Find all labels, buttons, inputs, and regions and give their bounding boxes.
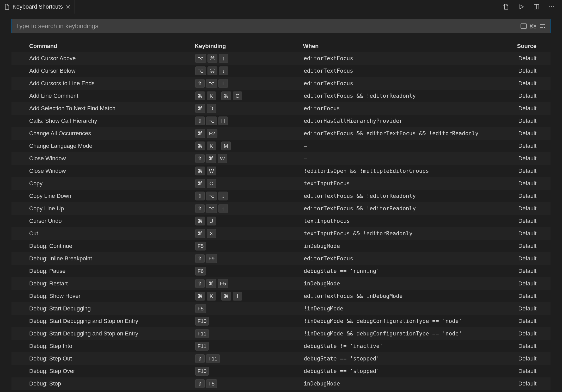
table-row[interactable]: Add Cursor Below⌥⌘↓editorTextFocusDefaul… xyxy=(11,65,551,77)
when-cell: editorHasCallHierarchyProvider xyxy=(304,118,518,124)
table-row[interactable]: Debug: Step OverF10debugState == 'stoppe… xyxy=(11,365,551,377)
table-row[interactable]: Close Window⌘W!editorIsOpen && !multiple… xyxy=(11,165,551,177)
table-row[interactable]: Add Line Comment⌘K⌘CeditorTextFocus && !… xyxy=(11,90,551,102)
table-header: Command Keybinding When Source xyxy=(11,40,551,52)
table-row[interactable]: Copy Line Up⇧⌥↑editorTextFocus && !edito… xyxy=(11,202,551,215)
table-row[interactable]: Copy Line Down⇧⌥↓editorTextFocus && !edi… xyxy=(11,190,551,202)
svg-rect-15 xyxy=(530,27,532,28)
source-cell: Default xyxy=(518,55,551,62)
key-cap: ⌥ xyxy=(206,79,217,88)
command-cell: Cut xyxy=(29,230,195,237)
key-cap: W xyxy=(207,167,216,175)
table-row[interactable]: Debug: ContinueF5inDebugModeDefault xyxy=(11,240,551,252)
col-header-source[interactable]: Source xyxy=(517,43,551,50)
when-cell: inDebugMode xyxy=(304,381,518,387)
table-row[interactable]: Change Language Mode⌘KM—Default xyxy=(11,140,551,152)
table-row[interactable]: Calls: Show Call Hierarchy⇧⌥HeditorHasCa… xyxy=(11,115,551,127)
table-row[interactable]: Debug: PauseF6debugState == 'running'Def… xyxy=(11,265,551,277)
table-row[interactable]: Add Cursor Above⌥⌘↑editorTextFocusDefaul… xyxy=(11,52,551,65)
keybinding-cell: ⌥⌘↑ xyxy=(195,54,304,63)
source-cell: Default xyxy=(518,255,551,262)
key-cap: ⌘ xyxy=(195,142,205,150)
table-row[interactable]: Add Selection To Next Find Match⌘Deditor… xyxy=(11,102,551,115)
table-row[interactable]: Debug: Inline Breakpoint⇧F9editorTextFoc… xyxy=(11,252,551,265)
search-input[interactable] xyxy=(16,22,518,30)
key-cap: F10 xyxy=(195,317,209,326)
svg-rect-8 xyxy=(521,24,527,28)
keybinding-cell: ⇧⌘W xyxy=(195,154,304,163)
when-cell: editorFocus xyxy=(304,105,518,112)
table-body: Add Cursor Above⌥⌘↑editorTextFocusDefaul… xyxy=(11,52,551,390)
table-row[interactable]: Cursor Undo⌘UtextInputFocusDefault xyxy=(11,215,551,227)
when-cell: debugState == 'running' xyxy=(304,268,518,274)
key-cap: M xyxy=(221,142,231,150)
keybinding-cell: F5 xyxy=(195,242,304,250)
key-cap: F5 xyxy=(195,242,206,250)
keybinding-cell: F10 xyxy=(195,367,304,376)
source-cell: Default xyxy=(518,368,551,375)
key-cap: X xyxy=(207,229,216,238)
key-cap: ⌘ xyxy=(195,179,205,188)
table-row[interactable]: Close Window⇧⌘W—Default xyxy=(11,152,551,165)
command-cell: Debug: Start Debugging xyxy=(29,305,195,312)
table-row[interactable]: Debug: Start Debugging and Stop on Entry… xyxy=(11,315,551,327)
table-row[interactable]: Debug: Restart⇧⌘F5inDebugModeDefault xyxy=(11,277,551,290)
key-cap: ⇧ xyxy=(195,379,205,388)
split-editor-icon[interactable] xyxy=(533,3,540,10)
tab-keyboard-shortcuts[interactable]: Keyboard Shortcuts xyxy=(0,0,75,14)
key-cap: ⌥ xyxy=(206,204,217,213)
when-cell: !inDebugMode && debugConfigurationType =… xyxy=(304,330,518,337)
key-cap: I xyxy=(233,292,242,301)
keybinding-cell: F11 xyxy=(195,329,304,338)
key-cap: K xyxy=(207,292,216,301)
key-cap: F9 xyxy=(206,254,217,263)
key-cap: F11 xyxy=(195,342,209,351)
col-header-when[interactable]: When xyxy=(303,43,517,50)
key-cap: ⌘ xyxy=(206,154,216,163)
command-cell: Copy Line Down xyxy=(29,193,195,199)
open-file-icon[interactable] xyxy=(503,3,510,10)
sort-precedence-icon[interactable] xyxy=(529,22,537,30)
more-icon[interactable] xyxy=(548,3,555,10)
col-header-command[interactable]: Command xyxy=(29,43,195,50)
table-row[interactable]: Cut⌘XtextInputFocus && !editorReadonlyDe… xyxy=(11,227,551,240)
keybinding-cell: ⌘C xyxy=(195,179,304,188)
keybinding-cell: ⌘X xyxy=(195,229,304,238)
table-row[interactable]: Copy⌘CtextInputFocusDefault xyxy=(11,177,551,190)
clear-search-icon[interactable] xyxy=(539,22,546,30)
close-icon[interactable] xyxy=(66,5,70,9)
command-cell: Debug: Inline Breakpoint xyxy=(29,255,195,262)
col-header-keybinding[interactable]: Keybinding xyxy=(195,43,303,50)
tab-title: Keyboard Shortcuts xyxy=(13,3,63,10)
key-cap: ⌘ xyxy=(195,167,205,175)
table-row[interactable]: Debug: Start DebuggingF5!inDebugModeDefa… xyxy=(11,302,551,315)
source-cell: Default xyxy=(518,268,551,274)
run-icon[interactable] xyxy=(518,3,525,10)
table-row[interactable]: Debug: Show Hover⌘K⌘IeditorTextFocus && … xyxy=(11,290,551,302)
table-row[interactable]: Debug: Stop⇧F5inDebugModeDefault xyxy=(11,377,551,390)
when-cell: textInputFocus xyxy=(304,218,518,224)
table-row[interactable]: Debug: Step Out⇧F11debugState == 'stoppe… xyxy=(11,352,551,365)
when-cell: — xyxy=(304,155,518,162)
source-cell: Default xyxy=(518,318,551,324)
key-cap: ⌥ xyxy=(195,54,206,63)
keybinding-cell: ⇧⌥↑ xyxy=(195,204,304,213)
keybinding-cell: ⌘D xyxy=(195,104,304,113)
source-cell: Default xyxy=(518,305,551,312)
source-cell: Default xyxy=(518,68,551,74)
when-cell: debugState == 'stopped' xyxy=(304,368,518,374)
table-row[interactable]: Debug: Start Debugging and Stop on Entry… xyxy=(11,327,551,340)
command-cell: Debug: Continue xyxy=(29,243,195,249)
when-cell: editorTextFocus && !editorReadonly xyxy=(304,193,518,199)
record-keys-icon[interactable] xyxy=(520,22,527,30)
source-cell: Default xyxy=(518,205,551,212)
key-cap: F2 xyxy=(207,129,217,138)
command-cell: Change Language Mode xyxy=(29,143,195,149)
table-row[interactable]: Add Cursors to Line Ends⇧⌥IeditorTextFoc… xyxy=(11,77,551,90)
key-cap: C xyxy=(233,91,242,100)
keybinding-cell: ⌘K⌘C xyxy=(195,91,304,100)
key-cap: F11 xyxy=(206,354,220,363)
table-row[interactable]: Change All Occurrences⌘F2editorTextFocus… xyxy=(11,127,551,140)
key-cap: F10 xyxy=(195,367,209,376)
table-row[interactable]: Debug: Step IntoF11debugState != 'inacti… xyxy=(11,340,551,352)
